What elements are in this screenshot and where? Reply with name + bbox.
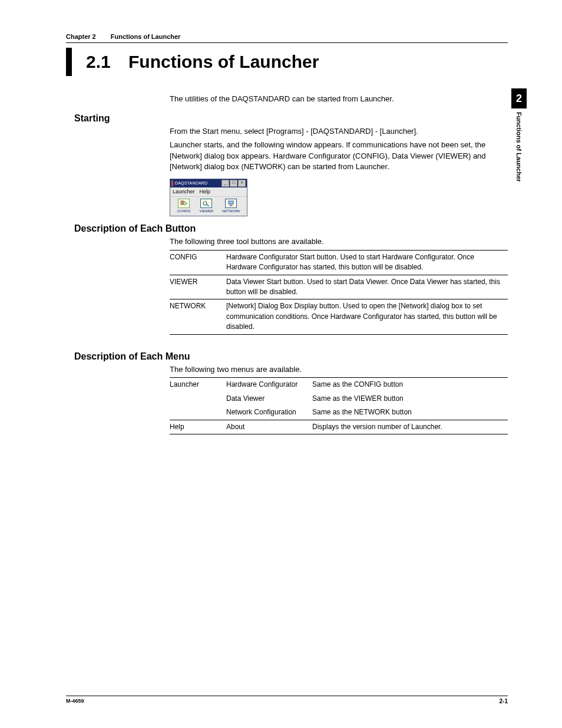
buttons-lead: The following three tool buttons are ava… bbox=[170, 236, 508, 248]
running-header: Chapter 2 Functions of Launcher bbox=[66, 33, 508, 43]
viewer-label: VIEWER bbox=[199, 209, 213, 214]
section-heading: 2.1 Functions of Launcher bbox=[66, 48, 508, 76]
network-icon bbox=[225, 199, 237, 208]
viewer-button[interactable]: VIEWER bbox=[199, 199, 213, 214]
menu-name: Launcher bbox=[170, 378, 226, 392]
menus-lead: The following two menus are available. bbox=[170, 364, 508, 375]
config-icon bbox=[178, 199, 190, 208]
app-icon bbox=[171, 180, 173, 186]
side-tab-label: Functions of Launcher bbox=[515, 112, 523, 182]
network-label: NETWORK bbox=[222, 209, 240, 214]
buttons-body: The following three tool buttons are ava… bbox=[170, 236, 508, 335]
app-title: DAQSTANDARD bbox=[175, 180, 222, 186]
footer-right: 2-1 bbox=[500, 698, 508, 704]
heading-tab-icon bbox=[66, 48, 72, 76]
menu-item: About bbox=[226, 420, 312, 434]
menus-heading: Description of Each Menu bbox=[74, 351, 508, 362]
titlebar: DAQSTANDARD _ □ × bbox=[170, 179, 247, 187]
chapter-label: Chapter 2 bbox=[66, 33, 96, 40]
menubar: Launcher Help bbox=[170, 187, 247, 196]
chapter-title: Functions of Launcher bbox=[111, 33, 181, 40]
menu-desc: Same as the NETWORK button bbox=[312, 406, 508, 420]
table-row: Network Configuration Same as the NETWOR… bbox=[170, 406, 508, 420]
config-label: CONFIG bbox=[177, 209, 190, 214]
table-row: NETWORK [Network] Dialog Box Display but… bbox=[170, 299, 508, 334]
table-row: Data Viewer Same as the VIEWER button bbox=[170, 392, 508, 406]
button-name: CONFIG bbox=[170, 250, 226, 275]
close-icon[interactable]: × bbox=[238, 180, 246, 187]
side-tab-number: 2 bbox=[511, 88, 527, 108]
minimize-icon[interactable]: _ bbox=[222, 180, 229, 187]
viewer-icon bbox=[200, 199, 212, 208]
table-row: Launcher Hardware Configurator Same as t… bbox=[170, 378, 508, 392]
svg-line-2 bbox=[207, 205, 210, 206]
table-row: CONFIG Hardware Configurator Start butto… bbox=[170, 250, 508, 275]
button-desc: Hardware Configurator Start button. Used… bbox=[226, 250, 508, 275]
page-footer: M-4659 2-1 bbox=[66, 696, 508, 704]
menu-item: Data Viewer bbox=[226, 392, 312, 406]
menu-desc: Displays the version number of Launcher. bbox=[312, 420, 508, 434]
menu-desc: Same as the CONFIG button bbox=[312, 378, 508, 392]
window-controls: _ □ × bbox=[222, 180, 246, 187]
section-title: Functions of Launcher bbox=[128, 52, 319, 72]
buttons-table: CONFIG Hardware Configurator Start butto… bbox=[170, 250, 508, 335]
menu-help[interactable]: Help bbox=[200, 188, 211, 196]
footer-left: M-4659 bbox=[66, 698, 84, 704]
menu-item: Network Configuration bbox=[226, 406, 312, 420]
svg-point-1 bbox=[203, 202, 207, 205]
svg-rect-3 bbox=[229, 201, 233, 204]
menu-name bbox=[170, 406, 226, 420]
menu-name: Help bbox=[170, 420, 226, 434]
maximize-icon[interactable]: □ bbox=[230, 180, 237, 187]
side-tab: 2 Functions of Launcher bbox=[511, 88, 527, 182]
button-desc: [Network] Dialog Box Display button. Use… bbox=[226, 299, 508, 334]
section-number: 2.1 bbox=[86, 52, 114, 72]
button-desc: Data Viewer Start button. Used to start … bbox=[226, 275, 508, 299]
button-name: NETWORK bbox=[170, 299, 226, 334]
table-row: Help About Displays the version number o… bbox=[170, 420, 508, 434]
page: Chapter 2 Functions of Launcher 2.1 Func… bbox=[0, 0, 562, 728]
network-button[interactable]: NETWORK bbox=[222, 199, 240, 214]
starting-p1: From the Start menu, select [Programs] -… bbox=[170, 126, 508, 137]
menu-desc: Same as the VIEWER button bbox=[312, 392, 508, 406]
buttons-heading: Description of Each Button bbox=[74, 223, 508, 234]
menu-launcher[interactable]: Launcher bbox=[173, 188, 195, 196]
menu-name bbox=[170, 392, 226, 406]
menu-item: Hardware Configurator bbox=[226, 378, 312, 392]
toolbar: CONFIG VIEWER NETWORK bbox=[170, 196, 247, 216]
launcher-window: DAQSTANDARD _ □ × Launcher Help CONFIG bbox=[170, 179, 247, 216]
starting-p2: Launcher starts, and the following windo… bbox=[170, 140, 508, 173]
svg-rect-0 bbox=[181, 201, 184, 205]
menus-table: Launcher Hardware Configurator Same as t… bbox=[170, 377, 508, 434]
menus-body: The following two menus are available. L… bbox=[170, 364, 508, 434]
button-name: VIEWER bbox=[170, 275, 226, 299]
config-button[interactable]: CONFIG bbox=[177, 199, 190, 214]
starting-heading: Starting bbox=[74, 113, 508, 124]
intro-text: The utilities of the DAQSTANDARD can be … bbox=[170, 94, 508, 105]
table-row: VIEWER Data Viewer Start button. Used to… bbox=[170, 275, 508, 299]
starting-body: From the Start menu, select [Programs] -… bbox=[170, 126, 508, 216]
